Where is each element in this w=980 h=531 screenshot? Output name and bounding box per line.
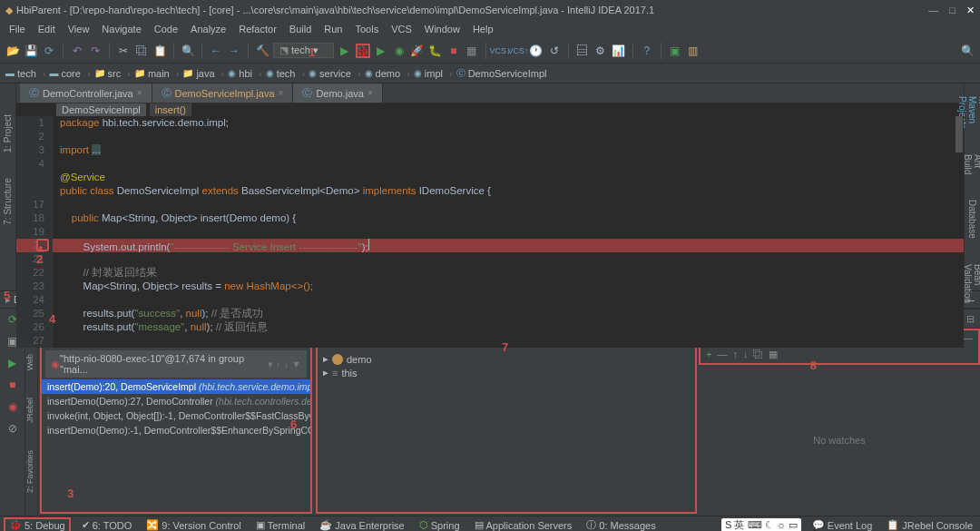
jrebel-run-icon[interactable]: 🚀 [410, 44, 425, 58]
bc-techpkg[interactable]: ◉tech [266, 68, 305, 79]
paste-icon[interactable]: 📋 [152, 44, 167, 58]
maximize-button[interactable]: □ [949, 5, 956, 16]
todo-bottom-tab[interactable]: ✔6: TODO [78, 519, 136, 531]
menu-tools[interactable]: Tools [349, 24, 384, 34]
mute-bp-icon[interactable]: ⊘ [5, 421, 20, 436]
menu-build[interactable]: Build [284, 24, 317, 34]
terminal-bottom-tab[interactable]: ▣Terminal [252, 519, 309, 531]
prev-frame-icon[interactable]: ↑ [276, 359, 281, 370]
resume-icon[interactable]: ▶ [5, 356, 20, 370]
tab-demoserviceimpl[interactable]: ⒸDemoServiceImpl.java× [152, 84, 294, 103]
jrebel-icon[interactable]: ▣ [668, 44, 682, 58]
stop-debug-icon[interactable]: ■ [5, 378, 20, 392]
breakpoints-icon[interactable]: ◉ [5, 399, 20, 414]
save-icon[interactable]: 💾 [24, 44, 38, 58]
undo-icon[interactable]: ↶ [70, 44, 84, 58]
bc-demo[interactable]: ◉demo [365, 68, 410, 79]
tab-close-icon[interactable]: × [279, 88, 284, 98]
ime-indicator[interactable]: S 英 ⌨ ☾ ☼ ▭ [721, 518, 801, 531]
add-watch-icon[interactable]: + [706, 349, 711, 359]
copy-icon[interactable]: ⿻ [134, 44, 149, 58]
filter-icon[interactable]: ▼ [291, 359, 301, 370]
vcs-commit-icon[interactable]: VCS↑ [511, 44, 525, 58]
help-icon[interactable]: ? [640, 44, 654, 58]
find-icon[interactable]: 🔍 [181, 44, 195, 58]
coverage-icon[interactable]: ▶ [374, 44, 388, 58]
vcs-bottom-tab[interactable]: 🔀9: Version Control [142, 519, 244, 531]
bc-service[interactable]: ◉service [309, 68, 361, 79]
remove-watch-icon[interactable]: — [717, 349, 727, 359]
forward-icon[interactable]: → [227, 44, 241, 58]
menu-code[interactable]: Code [149, 24, 183, 34]
show-watches-icon[interactable]: ▦ [769, 349, 778, 360]
tab-close-icon[interactable]: × [137, 88, 142, 98]
sync-icon[interactable]: ⟳ [42, 44, 56, 58]
jrebel-console-tab[interactable]: 📋JRebel Console [883, 518, 976, 531]
menu-navigate[interactable]: Navigate [96, 24, 146, 34]
minimize-button[interactable]: — [928, 5, 938, 16]
stop-icon[interactable]: ■ [446, 44, 461, 58]
close-button[interactable]: ✕ [966, 5, 975, 16]
bc-main[interactable]: 📁main [134, 68, 180, 79]
spring-bottom-tab[interactable]: ⬡Spring [416, 519, 464, 531]
bc-java[interactable]: 📁java [182, 68, 224, 79]
bc-hbi[interactable]: ◉hbi [228, 68, 261, 79]
messages-bottom-tab[interactable]: ⓘ0: Messages [583, 518, 659, 531]
search-everywhere-icon[interactable]: 🔍 [960, 44, 975, 58]
settings-icon[interactable]: ⚙ [593, 44, 608, 58]
variable-row[interactable]: ▸ demo [323, 352, 690, 366]
menu-window[interactable]: Window [419, 24, 466, 34]
frame-row[interactable]: insert(Demo):20, DemoServiceImpl (hbi.te… [42, 379, 310, 394]
code-text[interactable]: package hbi.tech.service.demo.impl; impo… [53, 116, 964, 348]
watch-down-icon[interactable]: ↓ [743, 349, 749, 359]
bc-src[interactable]: 📁src [94, 68, 131, 79]
web-tab[interactable]: Web [25, 354, 34, 370]
variable-row[interactable]: ▸ ≡ this [323, 366, 690, 379]
eventlog-bottom-tab[interactable]: 💬Event Log [808, 518, 877, 531]
tab-democontroller[interactable]: ⒸDemoController.java× [20, 84, 152, 103]
debug-bottom-tab[interactable]: 🐞5: Debug [4, 517, 71, 531]
run-icon[interactable]: ▶ [338, 44, 352, 58]
bc-file[interactable]: ⒸDemoServiceImpl [456, 67, 554, 80]
breakpoint-icon[interactable]: ● [36, 239, 49, 251]
menu-help[interactable]: Help [467, 24, 499, 34]
menu-view[interactable]: View [63, 24, 95, 34]
favorites-tab[interactable]: 2: Favorites [25, 450, 34, 493]
structure-icon[interactable]: ⿳ [575, 44, 590, 58]
jrebel-panel-icon[interactable]: ▥ [686, 44, 701, 58]
thread-selector[interactable]: ◉ "http-nio-8080-exec-10"@17,674 in grou… [45, 350, 307, 378]
jrebel-debug-icon[interactable]: 🐛 [428, 44, 443, 58]
attach-icon[interactable]: ▦ [465, 44, 479, 58]
structure-tool-tab[interactable]: 7: Structure [2, 174, 14, 229]
jee-bottom-tab[interactable]: ☕Java Enterprise [316, 519, 407, 531]
debug-icon[interactable]: 🐞 [356, 44, 370, 58]
line-gutter[interactable]: 1 2 3 4 17 18 19 20 21 22 23 24 25 26 27 [16, 116, 53, 348]
bc-core[interactable]: ▬core [49, 68, 90, 79]
profile-icon[interactable]: ◉ [392, 44, 407, 58]
ant-tool-tab[interactable]: Ant Build [962, 151, 981, 178]
bc-impl[interactable]: ◉impl [414, 68, 453, 79]
menu-vcs[interactable]: VCS [386, 24, 417, 34]
cut-icon[interactable]: ✂ [116, 44, 131, 58]
vcs-history-icon[interactable]: 🕐 [529, 44, 544, 58]
next-frame-icon[interactable]: ↓ [284, 359, 289, 370]
appservers-bottom-tab[interactable]: ▤Application Servers [471, 519, 576, 531]
crumb-class[interactable]: DemoServiceImpl [56, 103, 146, 116]
vcs-update-icon[interactable]: VCS↓ [493, 44, 507, 58]
run-config-selector[interactable]: ⬔ tech ▾ [273, 43, 334, 58]
back-icon[interactable]: ← [209, 44, 223, 58]
menu-refactor[interactable]: Refactor [233, 24, 282, 34]
open-icon[interactable]: 📂 [5, 44, 20, 58]
vcs-revert-icon[interactable]: ↺ [547, 44, 562, 58]
sdk-icon[interactable]: 📊 [612, 44, 626, 58]
frame-row[interactable]: invoke(int, Object, Object[]):-1, DemoCo… [42, 408, 310, 423]
tab-demo[interactable]: ⒸDemo.java× [293, 84, 382, 103]
editor-scrollbar[interactable] [956, 116, 963, 152]
menu-analyze[interactable]: Analyze [185, 24, 231, 34]
frame-row[interactable]: insertDemo(Demo):27, DemoController (hbi… [42, 394, 310, 408]
build-icon[interactable]: 🔨 [255, 44, 270, 58]
database-tool-tab[interactable]: Database [966, 196, 978, 242]
frame-row[interactable]: insertDemo(Demo):-1, DemoController$$Enh… [42, 423, 310, 438]
watch-up-icon[interactable]: ↑ [732, 349, 738, 359]
menu-file[interactable]: File [4, 24, 31, 34]
